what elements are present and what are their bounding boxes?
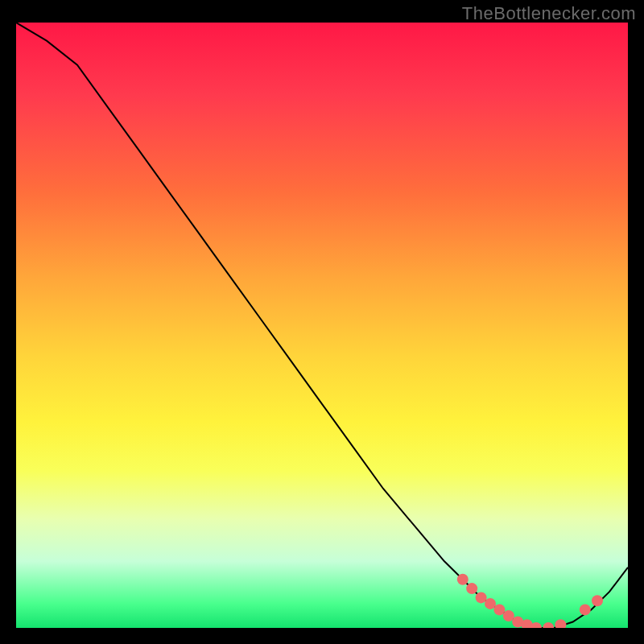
marker-dot <box>493 604 505 615</box>
marker-dot <box>457 574 469 585</box>
plot-area <box>16 23 628 628</box>
marker-dot <box>476 592 487 603</box>
marker-dot <box>555 619 566 628</box>
chart-container: TheBottlenecker.com <box>0 0 644 644</box>
marker-dots <box>457 574 603 628</box>
marker-dot <box>485 598 496 609</box>
marker-dot <box>543 622 554 628</box>
marker-dot <box>466 583 477 594</box>
marker-dot <box>592 595 603 606</box>
marker-dot <box>503 610 514 621</box>
watermark-label: TheBottlenecker.com <box>462 3 636 24</box>
chart-svg <box>16 23 628 628</box>
bottleneck-curve <box>16 23 628 628</box>
marker-dot <box>580 604 591 615</box>
